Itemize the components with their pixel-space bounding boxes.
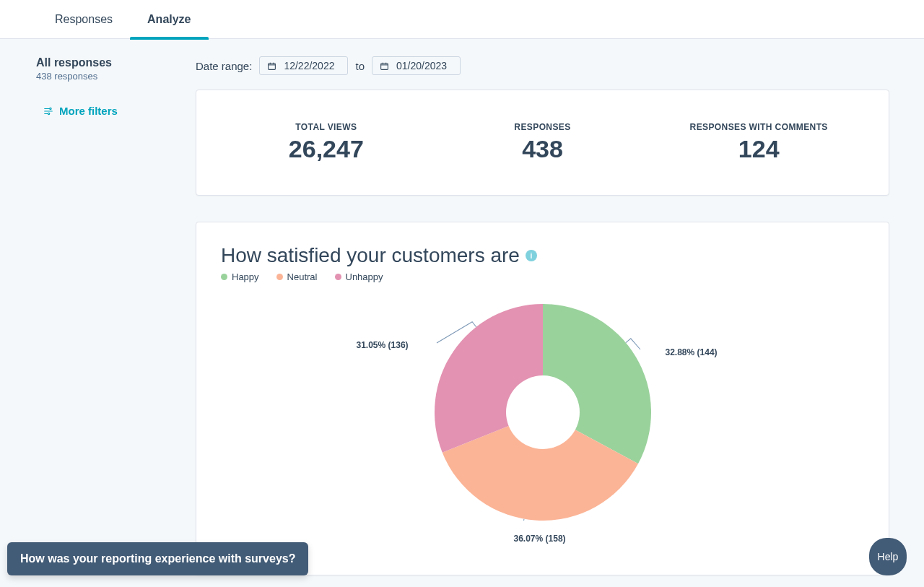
- date-range-label: Date range:: [196, 60, 252, 72]
- more-filters-label: More filters: [59, 105, 118, 117]
- legend-label: Happy: [232, 271, 259, 282]
- date-to-picker[interactable]: 01/20/2023: [372, 56, 461, 75]
- tabs-bar: Responses Analyze: [0, 0, 924, 39]
- stats-card: TOTAL VIEWS 26,247 RESPONSES 438 RESPONS…: [196, 90, 889, 196]
- chart-title: How satisfied your customers are: [221, 244, 520, 267]
- sidebar-subtitle: 438 responses: [36, 71, 181, 82]
- calendar-icon: [267, 61, 276, 71]
- callout-happy: 32.88% (144): [666, 347, 718, 357]
- legend-label: Neutral: [287, 271, 318, 282]
- tab-analyze[interactable]: Analyze: [130, 0, 208, 39]
- svg-rect-3: [381, 63, 388, 69]
- stat-responses: RESPONSES 438: [435, 122, 651, 163]
- sidebar-title: All responses: [36, 56, 181, 69]
- svg-point-0: [50, 108, 51, 109]
- main-area: Date range: 12/22/2022 to 01/20/2023: [196, 39, 924, 575]
- date-from-picker[interactable]: 12/22/2022: [259, 56, 348, 75]
- sidebar: All responses 438 responses More filters: [0, 39, 196, 575]
- stat-label: RESPONSES: [435, 122, 651, 132]
- svg-rect-2: [269, 63, 276, 69]
- tab-responses[interactable]: Responses: [38, 0, 130, 39]
- chart-legend: Happy Neutral Unhappy: [221, 271, 864, 282]
- date-to-word: to: [355, 60, 365, 72]
- legend-neutral[interactable]: Neutral: [276, 271, 318, 282]
- calendar-icon: [380, 61, 389, 71]
- svg-point-4: [506, 375, 580, 449]
- stat-value: 26,247: [218, 135, 435, 163]
- stat-value: 438: [435, 135, 651, 163]
- swatch-happy: [221, 274, 227, 280]
- help-button[interactable]: Help: [869, 538, 907, 575]
- sliders-icon: [43, 106, 53, 116]
- survey-popup[interactable]: How was your reporting experience with s…: [7, 542, 308, 575]
- date-from-value: 12/22/2022: [284, 60, 334, 71]
- date-to-value: 01/20/2023: [396, 60, 447, 71]
- donut-chart[interactable]: [435, 304, 651, 521]
- satisfaction-chart-card: How satisfied your customers are i Happy…: [196, 222, 889, 575]
- svg-point-1: [48, 113, 49, 114]
- swatch-unhappy: [335, 274, 341, 280]
- callout-unhappy: 31.05% (136): [357, 340, 409, 350]
- stat-total-views: TOTAL VIEWS 26,247: [218, 122, 435, 163]
- stat-responses-comments: RESPONSES WITH COMMENTS 124: [650, 122, 867, 163]
- legend-happy[interactable]: Happy: [221, 271, 259, 282]
- legend-unhappy[interactable]: Unhappy: [335, 271, 383, 282]
- more-filters-button[interactable]: More filters: [43, 105, 181, 117]
- stat-label: TOTAL VIEWS: [218, 122, 435, 132]
- stat-value: 124: [650, 135, 867, 163]
- swatch-neutral: [276, 274, 283, 280]
- callout-neutral: 36.07% (158): [514, 534, 566, 544]
- donut-chart-area: 32.88% (144) 36.07% (158) 31.05% (136): [221, 304, 864, 521]
- date-range-row: Date range: 12/22/2022 to 01/20/2023: [196, 56, 889, 75]
- stat-label: RESPONSES WITH COMMENTS: [650, 122, 867, 132]
- info-icon[interactable]: i: [526, 250, 537, 261]
- legend-label: Unhappy: [346, 271, 383, 282]
